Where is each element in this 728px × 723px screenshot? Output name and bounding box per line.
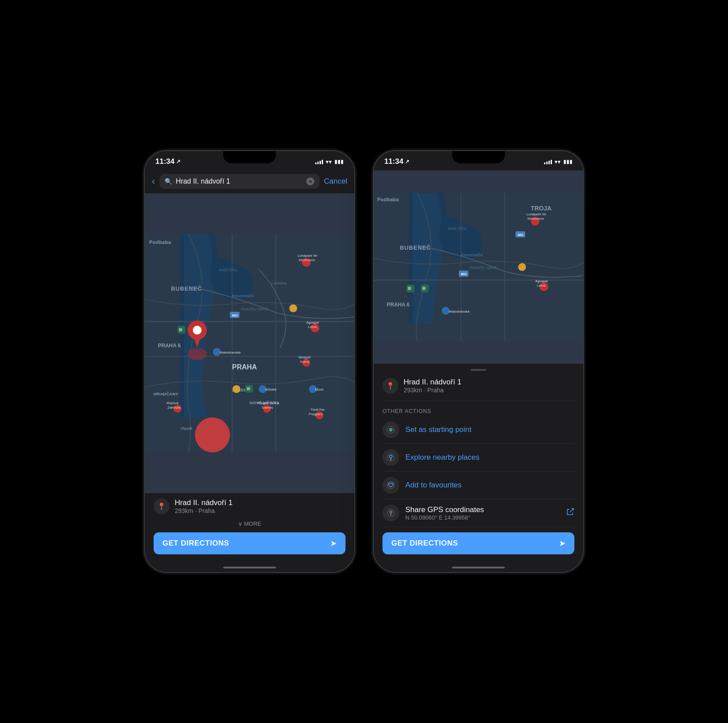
get-directions-button-1[interactable]: GET DIRECTIONS ➤: [154, 532, 346, 554]
other-actions-label: OTHER ACTIONS: [382, 408, 574, 414]
svg-text:Vlacek: Vlacek: [180, 426, 192, 431]
panel-location-row: 📍 Hrad II. nádvoří 1 293km · Praha: [382, 378, 574, 401]
svg-text:Agvapar: Agvapar: [535, 279, 548, 283]
share-gps-action[interactable]: Share GPS coordinates N 50.09060° E 14.3…: [382, 499, 574, 527]
battery-icon-1: ▮▮▮: [335, 159, 344, 165]
wifi-icon-2: ▾▾: [555, 159, 561, 165]
more-button[interactable]: ∨ MORE: [154, 519, 346, 529]
svg-text:MO: MO: [232, 314, 238, 317]
svg-text:Minigolf: Minigolf: [298, 355, 311, 359]
svg-text:Kotva: Kotva: [300, 360, 309, 364]
svg-text:HRADČANY: HRADČANY: [154, 392, 179, 397]
location-icon-1: 📍: [154, 498, 169, 514]
status-time-1: 11:34 ↗: [155, 157, 180, 166]
explore-nearby-icon-wrap: [382, 449, 399, 466]
gps-coordinates: N 50.09060° E 14.39958°: [405, 514, 559, 521]
svg-text:⊞: ⊞: [179, 327, 182, 332]
home-indicator-1: [145, 563, 354, 572]
signal-bar-4: [322, 160, 323, 164]
signal-bar-1: [315, 162, 316, 164]
explore-nearby-action[interactable]: Explore nearby places: [382, 444, 574, 472]
svg-text:Malá říčka: Malá říčka: [448, 226, 466, 231]
get-directions-label-2: GET DIRECTIONS: [391, 539, 458, 548]
home-bar-2: [452, 567, 505, 568]
map-area-2[interactable]: BUBENEČ PRAHA 6 TROJA Malá říčka Rudolfů…: [374, 170, 583, 364]
svg-text:⊞: ⊞: [408, 286, 411, 291]
panel-location-icon: 📍: [382, 378, 398, 394]
svg-point-89: [390, 455, 392, 458]
panel-location-name: Hrad II. nádvoří 1: [404, 378, 574, 387]
notch-1: [223, 151, 276, 163]
share-icon[interactable]: [566, 508, 574, 519]
cancel-button[interactable]: Cancel: [324, 177, 347, 186]
panel-location-info: Hrad II. nádvoří 1 293km · Praha: [404, 378, 574, 394]
svg-text:Korunovační: Korunovační: [461, 253, 484, 257]
map-svg-1: BUBENEČ PRAHA 6 PRAHA NOVÉ MĚSTO HRADČAN…: [145, 193, 354, 493]
svg-text:Malostranská: Malostranská: [220, 350, 241, 354]
location-info-1: Hrad II. nádvoří 1 293km · Praha: [175, 498, 346, 514]
starting-point-icon: [386, 425, 395, 434]
more-chevron-icon: ∨: [238, 520, 243, 527]
svg-text:Lannova: Lannova: [272, 281, 287, 285]
svg-text:Můstek: Můstek: [265, 387, 277, 391]
svg-text:Lunapark Ve: Lunapark Ve: [526, 212, 546, 216]
svg-text:Games: Games: [262, 406, 273, 409]
get-directions-button-2[interactable]: GET DIRECTIONS ➤: [382, 532, 574, 554]
svg-point-32: [232, 385, 240, 393]
svg-point-54: [195, 417, 230, 452]
signal-bars-1: [315, 159, 323, 164]
svg-point-87: [389, 428, 393, 432]
explore-nearby-label: Explore nearby places: [405, 453, 479, 462]
battery-icon-2: ▮▮▮: [563, 159, 573, 165]
svg-point-52: [193, 326, 202, 335]
explore-nearby-icon: [386, 453, 395, 462]
phone-1: 11:34 ↗ ▾▾ ▮▮▮ ‹ 🔍: [144, 150, 355, 573]
svg-text:Muze: Muze: [315, 387, 324, 391]
set-starting-point-action[interactable]: Set as starting point: [382, 416, 574, 444]
add-favourites-label: Add to favourites: [405, 481, 462, 490]
status-icons-1: ▾▾ ▮▮▮: [315, 159, 344, 165]
svg-point-72: [518, 263, 526, 271]
svg-text:PRAHA 6: PRAHA 6: [158, 343, 181, 349]
svg-text:Agvapar: Agvapar: [306, 321, 320, 325]
expanded-panel: 📍 Hrad II. nádvoří 1 293km · Praha OTHER…: [374, 364, 583, 563]
set-starting-point-label: Set as starting point: [405, 425, 471, 434]
clear-button[interactable]: ✕: [306, 177, 314, 185]
map-area-1[interactable]: BUBENEČ PRAHA 6 PRAHA NOVÉ MĚSTO HRADČAN…: [145, 193, 354, 493]
panel-location-sub: 293km · Praha: [404, 387, 574, 394]
svg-text:Stromovce: Stromovce: [298, 258, 315, 262]
svg-text:Thrill Par: Thrill Par: [311, 408, 325, 412]
status-icons-2: ▾▾ ▮▮▮: [544, 159, 573, 165]
notch-2: [452, 151, 505, 163]
gps-icon-wrap: [382, 505, 399, 521]
search-input[interactable]: Hrad II. nádvoří 1: [176, 177, 303, 185]
svg-point-50: [188, 348, 207, 360]
svg-text:Zahrada: Zahrada: [168, 406, 181, 409]
get-directions-label-1: GET DIRECTIONS: [162, 539, 229, 548]
svg-point-20: [289, 304, 297, 312]
panel-handle: [471, 369, 486, 371]
podbaba-label-2: Podbaba: [377, 197, 399, 202]
svg-text:MO: MO: [461, 272, 467, 276]
back-button[interactable]: ‹: [152, 176, 155, 187]
svg-text:Prague's: Prague's: [309, 412, 323, 416]
svg-point-91: [387, 482, 394, 489]
map-svg-2: BUBENEČ PRAHA 6 TROJA Malá říčka Rudolfů…: [374, 170, 583, 364]
add-favourites-action[interactable]: Add to favourites: [382, 472, 574, 499]
svg-text:MO: MO: [518, 233, 523, 237]
home-bar-1: [223, 567, 276, 568]
svg-text:Malostranská: Malostranská: [449, 310, 470, 314]
svg-text:Růžová: Růžová: [167, 401, 179, 405]
svg-text:BUBENEČ: BUBENEČ: [171, 286, 202, 292]
status-time-2: 11:34 ↗: [384, 157, 409, 166]
signal-bar-2: [317, 162, 319, 164]
location-arrow-icon-2: ↗: [405, 159, 409, 165]
bottom-card-1: 📍 Hrad II. nádvoří 1 293km · Praha ∨ MOR…: [145, 493, 354, 563]
gps-icon: [386, 509, 395, 517]
svg-text:⊞: ⊞: [246, 386, 250, 391]
svg-point-90: [390, 459, 392, 461]
svg-text:Letná: Letná: [308, 325, 317, 329]
search-input-container[interactable]: 🔍 Hrad II. nádvoří 1 ✕: [159, 174, 320, 189]
svg-text:⊞: ⊞: [422, 286, 426, 291]
location-name-1: Hrad II. nádvoří 1: [175, 498, 346, 507]
